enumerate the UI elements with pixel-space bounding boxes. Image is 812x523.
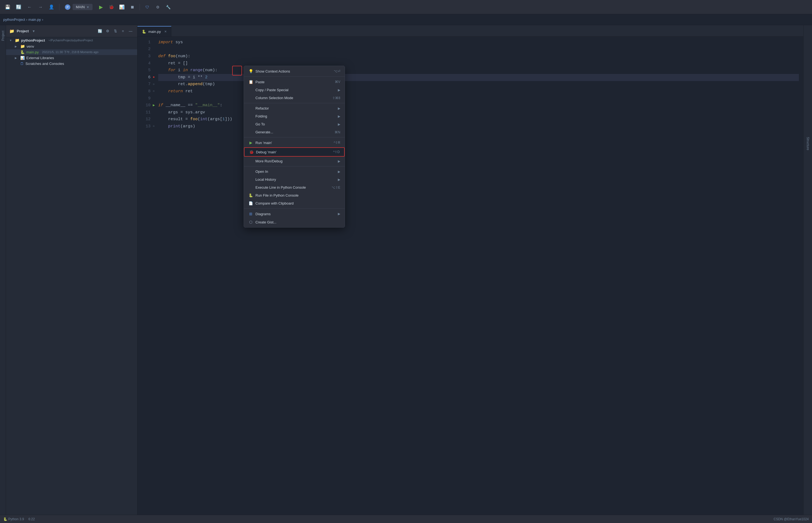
sidebar-minimize-icon[interactable]: — <box>127 28 134 35</box>
run-config-selector[interactable]: P MAIN ▼ <box>65 4 93 10</box>
generate-shortcut: ⌘N <box>335 130 340 134</box>
menu-item-debug-main[interactable]: 🐞 Debug 'main' ^⇧D <box>244 147 345 157</box>
breadcrumb-project[interactable]: pythonProject <box>3 18 25 22</box>
coverage-icon[interactable]: 🛡 <box>143 3 151 11</box>
dropdown-arrow-icon: ▼ <box>87 5 90 9</box>
menu-item-folding[interactable]: Folding ▶ <box>244 112 345 120</box>
sidebar-expand-icon[interactable]: ⇅ <box>112 28 118 35</box>
toolbar-icon-user[interactable]: 👤 <box>47 3 56 12</box>
menu-item-open-in[interactable]: Open In ▶ <box>244 167 345 176</box>
menu-item-local-history-label: Local History <box>255 177 335 182</box>
menu-item-paste-label: Paste <box>255 80 333 84</box>
menu-item-local-history[interactable]: Local History ▶ <box>244 176 345 183</box>
menu-item-more-run-label: More Run/Debug <box>255 159 335 163</box>
root-path: ~/PycharmProjects/pythonProject <box>48 39 93 42</box>
stop-button[interactable]: ⏹ <box>128 3 136 11</box>
paste-shortcut: ⌘V <box>335 80 340 84</box>
show-context-actions-shortcut: ⌥⏎ <box>334 69 340 73</box>
line-gutter-13: ○ <box>153 124 155 129</box>
line-gutter-7: ○ <box>153 82 155 87</box>
menu-item-open-in-label: Open In <box>255 169 335 174</box>
toolbar: 💾 🔄 ← → 👤 P MAIN ▼ ▶ 🐞 📊 ⏹ 🛡 ⚙ 🔧 <box>0 0 812 14</box>
open-in-arrow: ▶ <box>338 170 340 174</box>
editor-area: 🐍 main.py ✕ 1 2 3 4 5 6 7 8 9 10 11 12 1… <box>137 25 803 523</box>
structure-label[interactable]: Structure <box>805 135 811 152</box>
menu-item-run-main-label: Run 'main' <box>255 141 332 145</box>
tree-arrow-venv: ▶ <box>15 45 19 48</box>
main-layout: Project 📁 Project ▼ 🔄 ⚙ ⇅ ≡ — ▼ 📁 python… <box>0 25 812 523</box>
toolbar-icon-back[interactable]: ← <box>25 3 34 12</box>
menu-item-paste[interactable]: 📋 Paste ⌘V <box>244 78 345 86</box>
menu-item-column-sel-label: Column Selection Mode <box>255 96 330 100</box>
menu-item-show-context-actions[interactable]: 💡 Show Context Actions ⌥⏎ <box>244 67 345 75</box>
debug-button[interactable]: 🐞 <box>107 3 115 11</box>
menu-item-generate[interactable]: Generate... ⌘N <box>244 128 345 136</box>
editor-tabs: 🐍 main.py ✕ <box>137 25 803 37</box>
code-editor[interactable]: 1 2 3 4 5 6 7 8 9 10 11 12 13 import sys <box>137 37 803 523</box>
tab-mainpy[interactable]: 🐍 main.py ✕ <box>137 26 171 36</box>
tree-item-ext-libs[interactable]: ▶ 📊 External Libraries <box>6 55 137 61</box>
menu-item-more-run-debug[interactable]: More Run/Debug ▶ <box>244 157 345 165</box>
add-config-icon[interactable]: ⚙ <box>153 3 162 11</box>
execute-line-shortcut: ⌥⇧E <box>332 186 340 190</box>
left-panel-strip: Project <box>0 25 6 523</box>
menu-item-column-selection[interactable]: Column Selection Mode ⇧⌘8 <box>244 94 345 102</box>
menu-item-run-main[interactable]: ▶ Run 'main' ^⇧R <box>244 139 345 147</box>
menu-item-execute-line-label: Execute Line in Python Console <box>255 185 329 190</box>
line-num-6: 6 <box>141 74 151 81</box>
root-project-name: pythonProject <box>21 38 45 42</box>
run-config-name[interactable]: MAIN ▼ <box>73 4 93 10</box>
menu-sep-0 <box>244 76 345 77</box>
sidebar-sync-icon[interactable]: 🔄 <box>97 28 103 35</box>
tab-close-icon[interactable]: ✕ <box>164 30 167 33</box>
ext-lib-icon: 📊 <box>20 56 25 60</box>
tree-item-venv[interactable]: ▶ 📁 venv <box>6 43 137 49</box>
run-button[interactable]: ▶ <box>97 3 105 11</box>
menu-item-show-context-actions-label: Show Context Actions <box>255 69 332 73</box>
sidebar-gear-icon[interactable]: ⚙ <box>104 28 111 35</box>
tree-item-scratches[interactable]: 🗒 Scratches and Consoles <box>6 61 137 67</box>
menu-item-refactor-label: Refactor <box>255 106 335 110</box>
menu-item-run-file-python[interactable]: 🐍 Run File in Python Console <box>244 192 345 199</box>
line-num-4: 4 <box>141 60 151 67</box>
sidebar-header-icons: 🔄 ⚙ ⇅ ≡ — <box>97 28 134 35</box>
menu-item-compare-clipboard[interactable]: 📄 Compare with Clipboard <box>244 199 345 207</box>
toolbar-icon-forward[interactable]: → <box>36 3 45 12</box>
menu-item-refactor[interactable]: Refactor ▶ <box>244 104 345 112</box>
goto-arrow: ▶ <box>338 122 340 126</box>
menu-item-diagrams[interactable]: ⊞ Diagrams ▶ <box>244 210 345 218</box>
line-num-2: 2 <box>141 46 151 53</box>
menu-item-goto-label: Go To <box>255 122 335 126</box>
run-with-coverage-button[interactable]: 📊 <box>118 3 126 11</box>
project-panel-tab[interactable]: Project <box>0 29 6 43</box>
line-num-3: 3 <box>141 53 151 60</box>
menu-sep-1 <box>244 103 345 103</box>
line-num-12: 12 <box>141 116 151 123</box>
code-line-2 <box>158 46 799 53</box>
sidebar-dropdown-icon[interactable]: ▼ <box>32 29 35 33</box>
toolbar-icon-sync[interactable]: 🔄 <box>14 3 23 12</box>
menu-item-goto[interactable]: Go To ▶ <box>244 120 345 128</box>
toolbar-icon-save[interactable]: 💾 <box>3 3 12 12</box>
line-num-7: 7 <box>141 81 151 88</box>
menu-item-create-gist[interactable]: ⬡ Create Gist... <box>244 218 345 226</box>
column-sel-shortcut: ⇧⌘8 <box>332 96 340 100</box>
status-attribution: CSDN @EthanYue1024 <box>774 517 809 521</box>
menu-item-copy-paste-special[interactable]: Copy / Paste Special ▶ <box>244 86 345 94</box>
tree-item-root[interactable]: ▼ 📁 pythonProject ~/PycharmProjects/pyth… <box>6 37 137 43</box>
scratches-icon: 🗒 <box>20 61 24 66</box>
menu-item-execute-line[interactable]: Execute Line in Python Console ⌥⇧E <box>244 183 345 192</box>
line-num-11: 11 <box>141 109 151 116</box>
status-line-col: 6:22 <box>29 517 35 521</box>
context-menu: 💡 Show Context Actions ⌥⏎ 📋 Paste ⌘V Cop… <box>244 66 345 228</box>
plugin-icon[interactable]: 🔧 <box>164 3 172 11</box>
code-line-1: import sys <box>158 39 799 46</box>
paste-icon: 📋 <box>248 80 253 84</box>
tree-item-mainpy[interactable]: 🐍 main.py 2022/1/5, 11:30 下午, 218 B Mome… <box>6 49 137 55</box>
more-run-arrow: ▶ <box>338 159 340 163</box>
mainpy-meta: 2022/1/5, 11:30 下午, 218 B Moments ago <box>42 50 98 54</box>
breadcrumb-file[interactable]: main.py <box>29 18 41 22</box>
sidebar-settings-icon[interactable]: ≡ <box>119 28 126 35</box>
status-right: CSDN @EthanYue1024 <box>774 517 809 521</box>
debug-main-icon: 🐞 <box>249 150 254 154</box>
